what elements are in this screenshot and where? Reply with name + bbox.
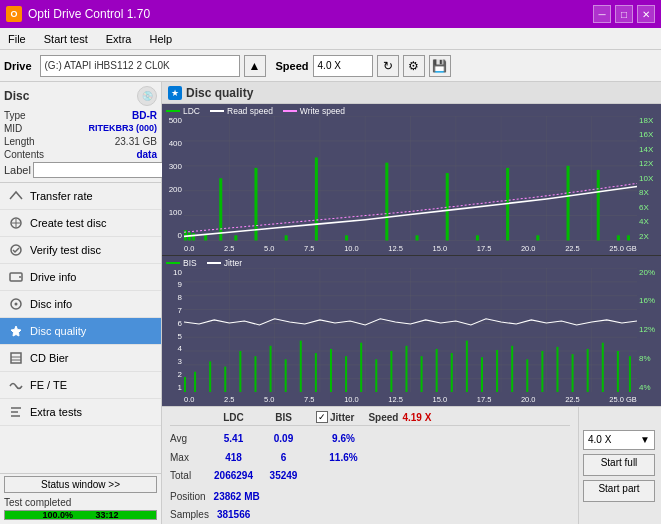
transfer-rate-icon	[8, 188, 24, 204]
sidebar-item-disc-info[interactable]: Disc info	[0, 291, 161, 318]
label-input[interactable]	[33, 162, 166, 178]
svg-rect-65	[184, 376, 186, 392]
title-bar-left: O Opti Drive Control 1.70	[6, 6, 150, 22]
legend-read-speed: Read speed	[210, 106, 273, 116]
total-bis: 35249	[261, 470, 306, 481]
svg-rect-31	[234, 235, 237, 240]
mid-label: MID	[4, 123, 22, 134]
svg-rect-68	[224, 366, 226, 392]
svg-rect-33	[285, 235, 288, 240]
nav-items: Transfer rate Create test disc Verify te…	[0, 183, 161, 473]
close-button[interactable]: ✕	[637, 5, 655, 23]
svg-rect-95	[629, 356, 631, 392]
sidebar-item-extra-tests[interactable]: Extra tests	[0, 399, 161, 426]
svg-rect-90	[556, 346, 558, 392]
stats-header-row: LDC BIS ✓ Jitter Speed 4.19 X	[170, 411, 570, 426]
jitter-checkbox[interactable]: ✓	[316, 411, 328, 423]
sidebar-item-disc-quality[interactable]: Disc quality	[0, 318, 161, 345]
chart2: BIS Jitter 10987654321 20%16%12%8%4%	[162, 256, 661, 407]
max-label: Max	[170, 452, 206, 463]
status-window-button[interactable]: Status window >>	[4, 476, 157, 493]
title-bar: O Opti Drive Control 1.70 ─ □ ✕	[0, 0, 661, 28]
disc-quality-icon	[8, 323, 24, 339]
quality-header: ★ Disc quality	[162, 82, 661, 104]
toolbar: Drive (G:) ATAPI iHBS112 2 CL0K ▲ Speed …	[0, 50, 661, 82]
max-bis: 6	[261, 452, 306, 463]
svg-point-7	[15, 303, 18, 306]
stats-area: LDC BIS ✓ Jitter Speed 4.19 X Avg 5.41 0…	[162, 407, 578, 524]
legend-write-speed: Write speed	[283, 106, 345, 116]
speed-label: Speed	[276, 60, 309, 72]
right-controls: 4.0 X ▼ Start full Start part	[578, 407, 661, 524]
speed-select-toolbar[interactable]: 4.0 X	[313, 55, 373, 77]
total-label: Total	[170, 470, 206, 481]
svg-rect-72	[285, 359, 287, 392]
content-area: ★ Disc quality LDC Read speed	[162, 82, 661, 524]
menu-start-test[interactable]: Start test	[40, 31, 92, 47]
legend-jitter: Jitter	[207, 258, 242, 268]
svg-rect-81	[421, 356, 423, 392]
cd-bier-icon	[8, 350, 24, 366]
stats-total-row: Total 2066294 35249	[170, 470, 570, 481]
speed-dropdown[interactable]: 4.0 X ▼	[583, 430, 655, 450]
chart1-svg	[184, 116, 637, 241]
type-value: BD-R	[132, 110, 157, 121]
contents-label: Contents	[4, 149, 44, 160]
sidebar-item-create-test-disc[interactable]: Create test disc	[0, 210, 161, 237]
svg-rect-77	[360, 342, 362, 392]
avg-bis: 0.09	[261, 433, 306, 444]
sidebar-item-verify-test-disc[interactable]: Verify test disc	[0, 237, 161, 264]
svg-rect-80	[405, 345, 407, 392]
svg-rect-79	[390, 351, 392, 393]
svg-rect-83	[451, 353, 453, 392]
contents-value: data	[136, 149, 157, 160]
svg-rect-35	[345, 235, 348, 240]
svg-rect-85	[481, 357, 483, 392]
menu-help[interactable]: Help	[145, 31, 176, 47]
drive-label: Drive	[4, 60, 32, 72]
sidebar-item-transfer-rate[interactable]: Transfer rate	[0, 183, 161, 210]
disc-length-row: Length 23.31 GB	[4, 136, 157, 147]
start-part-button[interactable]: Start part	[583, 480, 655, 502]
svg-rect-88	[526, 359, 528, 392]
quality-title: Disc quality	[186, 86, 253, 100]
stats-position-row: Position 23862 MB	[170, 491, 570, 502]
menu-extra[interactable]: Extra	[102, 31, 136, 47]
save-button[interactable]: 💾	[429, 55, 451, 77]
disc-contents-row: Contents data	[4, 149, 157, 160]
svg-rect-89	[541, 351, 543, 393]
disc-label-row: Label ✎	[4, 162, 157, 178]
chart2-svg	[184, 268, 637, 393]
start-full-button[interactable]: Start full	[583, 454, 655, 476]
eject-button[interactable]: ▲	[244, 55, 266, 77]
drive-select[interactable]: (G:) ATAPI iHBS112 2 CL0K	[40, 55, 240, 77]
maximize-button[interactable]: □	[615, 5, 633, 23]
status-bar: Status window >> Test completed 100.0% 3…	[0, 473, 161, 524]
svg-rect-87	[511, 345, 513, 392]
svg-rect-73	[300, 340, 302, 392]
svg-rect-70	[254, 356, 256, 392]
sidebar-item-fe-te[interactable]: FE / TE	[0, 372, 161, 399]
speed-val: 4.19 X	[402, 412, 431, 423]
sidebar-item-drive-info[interactable]: Drive info	[0, 264, 161, 291]
svg-rect-66	[194, 371, 196, 392]
chart2-legend: BIS Jitter	[166, 258, 242, 268]
sidebar-item-cd-bier[interactable]: CD Bier	[0, 345, 161, 372]
disc-header: Disc 💿	[4, 86, 157, 106]
svg-point-5	[19, 276, 21, 278]
svg-rect-94	[617, 351, 619, 393]
length-label: Length	[4, 136, 35, 147]
chart1-x-axis: 0.02.55.07.510.012.515.017.520.022.525.0…	[184, 244, 637, 253]
col-bis: BIS	[261, 412, 306, 423]
svg-rect-43	[597, 170, 600, 241]
svg-rect-74	[315, 353, 317, 392]
menu-file[interactable]: File	[4, 31, 30, 47]
minimize-button[interactable]: ─	[593, 5, 611, 23]
refresh-button[interactable]: ↻	[377, 55, 399, 77]
legend-bis: BIS	[166, 258, 197, 268]
svg-rect-69	[239, 351, 241, 393]
col-ldc: LDC	[206, 412, 261, 423]
settings-button[interactable]: ⚙	[403, 55, 425, 77]
chart1-y-left: 5004003002001000	[162, 116, 184, 241]
chart2-y-right: 20%16%12%8%4%	[637, 268, 661, 393]
